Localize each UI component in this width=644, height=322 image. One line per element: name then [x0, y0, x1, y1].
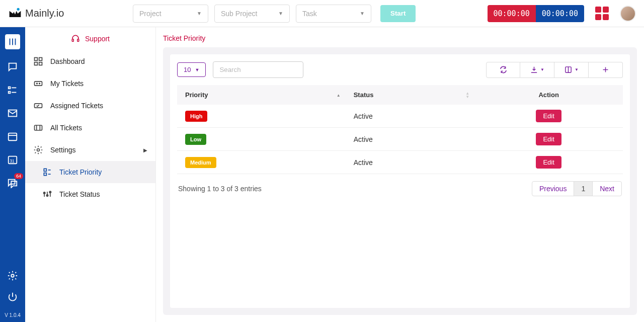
plus-icon [601, 65, 610, 74]
download-icon [530, 65, 538, 74]
rail-calendar-icon[interactable] [7, 131, 18, 142]
svg-point-21 [37, 83, 38, 84]
col-priority-label: Priority [185, 91, 208, 99]
sidebar-item-label: Settings [50, 146, 76, 154]
col-priority[interactable]: Priority ▲ [177, 85, 346, 105]
chevron-right-icon: ▶ [143, 147, 147, 153]
task-select[interactable]: Task ▼ [296, 5, 371, 23]
ticket-assigned-icon [33, 101, 43, 111]
caret-down-icon: ▼ [197, 11, 202, 16]
page-title: Ticket Priority [156, 27, 644, 47]
sidebar-subitem-ticket-status[interactable]: Ticket Status [25, 183, 155, 205]
sidebar-title-text: Support [85, 35, 110, 43]
pager-prev[interactable]: Previous [532, 182, 574, 196]
table-toolbar: 10 ▼ ▼ ▼ [170, 54, 630, 85]
search-input[interactable] [213, 61, 303, 78]
ticket-all-icon [33, 123, 43, 133]
priority-tag: Low [185, 134, 206, 145]
sidebar-item-label: Ticket Priority [59, 168, 102, 176]
top-header: Mainly.io Project ▼ Sub Project ▼ Task ▼… [0, 0, 644, 27]
refresh-button[interactable] [486, 62, 520, 78]
edit-button[interactable]: Edit [536, 110, 561, 122]
page-size-value: 10 [184, 66, 191, 73]
svg-rect-14 [72, 39, 73, 42]
entries-info: Showing 1 to 3 of 3 entries [178, 185, 262, 193]
apps-grid-button[interactable] [595, 7, 609, 20]
header-right: 00:00:00 00:00:00 [488, 5, 636, 22]
rail-chat-icon[interactable] [7, 61, 18, 72]
edit-button[interactable]: Edit [536, 156, 561, 169]
messages-badge: 64 [14, 173, 23, 179]
svg-rect-20 [35, 82, 42, 86]
sidebar-subitem-ticket-priority[interactable]: Ticket Priority [25, 161, 155, 183]
rail-calendar31-icon[interactable]: 31 [7, 154, 18, 165]
svg-point-27 [37, 149, 40, 151]
svg-point-22 [39, 83, 40, 84]
sidebar-item-all-tickets[interactable]: All Tickets [25, 117, 155, 139]
sidebar-item-settings[interactable]: Settings ▶ [25, 139, 155, 161]
ticket-icon [33, 78, 43, 89]
project-select[interactable]: Project ▼ [133, 5, 208, 23]
user-avatar[interactable] [620, 6, 636, 22]
rail-tasks-icon[interactable] [7, 85, 18, 96]
main: Ticket Priority 10 ▼ ▼ [156, 27, 644, 322]
sidebar-item-my-tickets[interactable]: My Tickets [25, 72, 155, 95]
status-icon [42, 189, 52, 199]
sidebar-item-label: Ticket Status [59, 190, 100, 198]
caret-down-icon: ▼ [195, 67, 199, 72]
sidebar-item-assigned-tickets[interactable]: Assigned Tickets [25, 95, 155, 117]
project-select-label: Project [139, 10, 162, 18]
caret-down-icon: ▼ [540, 67, 544, 72]
col-status[interactable]: Status ▲▼ [346, 85, 475, 105]
sort-asc-icon: ▲ [337, 93, 341, 97]
col-action: Action [474, 85, 623, 105]
rail-messages-icon[interactable]: 64 [7, 177, 18, 188]
status-cell: Active [346, 105, 475, 128]
svg-rect-4 [9, 87, 11, 89]
subproject-select-label: Sub Project [221, 10, 257, 18]
pager-page[interactable]: 1 [574, 182, 592, 196]
download-button[interactable]: ▼ [520, 62, 554, 78]
col-action-label: Action [538, 91, 558, 99]
sidebar: Support Dashboard My Tickets Assigned Ti… [25, 27, 156, 322]
table-row: HighActiveEdit [177, 105, 623, 128]
columns-button[interactable]: ▼ [554, 62, 589, 78]
selector-group: Project ▼ Sub Project ▼ Task ▼ [133, 5, 371, 23]
svg-rect-28 [44, 169, 46, 171]
sidebar-item-dashboard[interactable]: Dashboard [25, 50, 155, 72]
priority-tag: High [185, 111, 207, 122]
add-button[interactable] [589, 62, 623, 78]
logo[interactable]: Mainly.io [8, 7, 129, 21]
version-label: V 1.0.4 [5, 312, 21, 318]
subproject-select[interactable]: Sub Project ▼ [214, 5, 290, 23]
svg-rect-24 [35, 125, 42, 130]
svg-point-0 [17, 8, 20, 10]
rail-power-icon[interactable] [7, 291, 18, 302]
sidebar-title: Support [25, 27, 155, 50]
rail-settings-icon[interactable] [7, 270, 18, 281]
col-status-label: Status [354, 91, 374, 99]
caret-down-icon: ▼ [575, 67, 579, 72]
gear-icon [33, 145, 43, 155]
headset-icon [71, 34, 80, 43]
rail-mail-icon[interactable] [7, 108, 18, 119]
status-cell: Active [346, 151, 475, 174]
svg-point-13 [11, 274, 14, 277]
status-cell: Active [346, 128, 475, 151]
caret-down-icon: ▼ [360, 11, 365, 16]
start-button[interactable]: Start [380, 5, 416, 22]
table-footer: Showing 1 to 3 of 3 entries Previous 1 N… [170, 174, 630, 203]
svg-rect-16 [35, 58, 38, 61]
svg-rect-15 [77, 39, 79, 42]
page-size-select[interactable]: 10 ▼ [177, 62, 206, 77]
pager-next[interactable]: Next [592, 182, 621, 196]
edit-button[interactable]: Edit [536, 133, 561, 145]
svg-rect-9 [9, 133, 17, 141]
rail-menu-icon[interactable] [5, 34, 20, 49]
total-timer: 00:00:00 [536, 5, 584, 22]
sidebar-item-label: My Tickets [50, 79, 84, 88]
dashboard-icon [33, 56, 43, 66]
sidebar-item-label: Dashboard [50, 57, 85, 65]
logo-icon [8, 7, 22, 21]
svg-rect-19 [39, 62, 42, 65]
